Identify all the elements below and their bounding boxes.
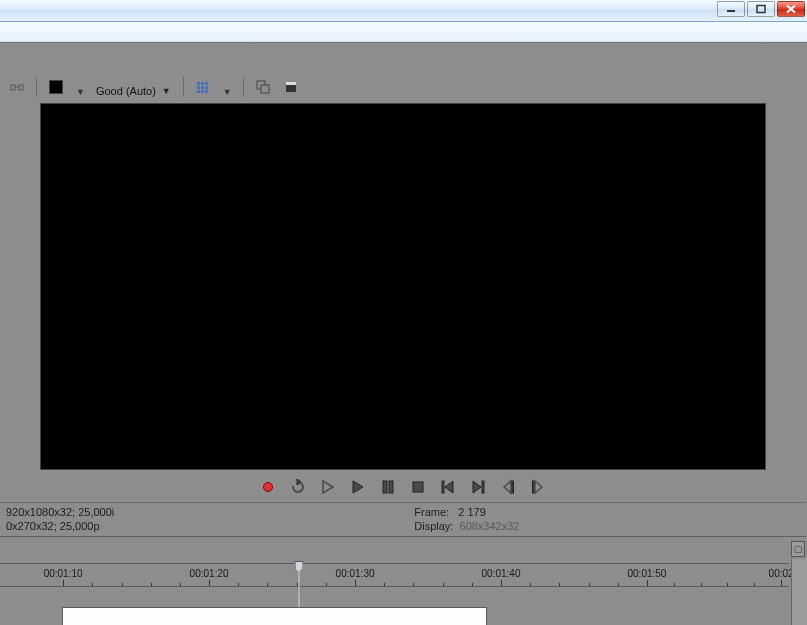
clip-strip[interactable] bbox=[62, 607, 487, 625]
menubar bbox=[0, 22, 807, 42]
project-format: 920x1080x32; 25,000i 0x270x32; 25,000p bbox=[6, 505, 114, 534]
display-label: Display: bbox=[414, 520, 453, 532]
svg-rect-17 bbox=[533, 481, 535, 493]
frame-value: 2 179 bbox=[458, 506, 486, 518]
svg-rect-1 bbox=[757, 6, 765, 13]
overlay-dropdown-arrow[interactable]: ▼ bbox=[220, 87, 235, 97]
duplicate-window-button[interactable] bbox=[252, 77, 274, 97]
go-end-button[interactable] bbox=[468, 477, 488, 497]
loop-button[interactable] bbox=[288, 477, 308, 497]
window-titlebar bbox=[0, 0, 807, 22]
project-format-line2: 0x270x32; 25,000p bbox=[6, 519, 114, 533]
svg-rect-15 bbox=[482, 481, 484, 493]
display-value: 608x342x32 bbox=[460, 520, 520, 532]
background-swatch[interactable] bbox=[45, 77, 67, 97]
preview-lock-icon[interactable] bbox=[6, 77, 28, 97]
transport-controls bbox=[0, 472, 806, 502]
record-button[interactable] bbox=[258, 477, 278, 497]
vertical-scrollbar[interactable] bbox=[791, 559, 807, 625]
svg-rect-13 bbox=[413, 482, 423, 492]
maximize-button[interactable] bbox=[747, 1, 775, 17]
chevron-down-icon: ▼ bbox=[160, 86, 173, 96]
svg-rect-16 bbox=[512, 481, 514, 493]
toolbar-separator bbox=[243, 77, 244, 97]
go-start-button[interactable] bbox=[438, 477, 458, 497]
play-button[interactable] bbox=[348, 477, 368, 497]
ruler-tick-label: 00:01:10 bbox=[44, 568, 83, 579]
frame-label: Frame: bbox=[414, 506, 449, 518]
overlay-grid-button[interactable] bbox=[192, 77, 214, 97]
stop-button[interactable] bbox=[408, 477, 428, 497]
next-frame-button[interactable] bbox=[528, 477, 548, 497]
close-button[interactable] bbox=[777, 1, 805, 17]
ruler-tick-label: 00:02 bbox=[769, 568, 794, 579]
ruler-tick-label: 00:01:40 bbox=[482, 568, 521, 579]
ruler-tick-label: 00:01:50 bbox=[628, 568, 667, 579]
toolbar-separator bbox=[183, 77, 184, 97]
svg-rect-10 bbox=[286, 82, 296, 85]
ruler-tick-label: 00:01:30 bbox=[336, 568, 375, 579]
svg-rect-11 bbox=[383, 481, 387, 493]
swatch-dropdown-arrow[interactable]: ▼ bbox=[73, 87, 88, 97]
frame-display-info: Frame: 2 179 Display: 608x342x32 bbox=[414, 505, 519, 534]
svg-rect-12 bbox=[389, 481, 393, 493]
pause-button[interactable] bbox=[378, 477, 398, 497]
preview-status: 920x1080x32; 25,000i 0x270x32; 25,000p F… bbox=[0, 502, 806, 536]
play-start-button[interactable] bbox=[318, 477, 338, 497]
preview-toolbar: ▼ Good (Auto) ▼ ▼ bbox=[0, 43, 806, 101]
svg-rect-14 bbox=[442, 481, 444, 493]
timeline[interactable]: ▢ 00:01:1000:01:2000:01:3000:01:4000:01:… bbox=[0, 539, 807, 625]
svg-rect-8 bbox=[261, 85, 269, 93]
project-format-line1: 920x1080x32; 25,000i bbox=[6, 505, 114, 519]
quality-selector[interactable]: Good (Auto) ▼ bbox=[94, 85, 175, 97]
workspace: ▼ Good (Auto) ▼ ▼ bbox=[0, 42, 807, 539]
preview-pane: ▼ Good (Auto) ▼ ▼ bbox=[0, 43, 806, 537]
video-preview[interactable] bbox=[40, 103, 766, 470]
ruler-tick-label: 00:01:20 bbox=[190, 568, 229, 579]
prev-frame-button[interactable] bbox=[498, 477, 518, 497]
minimize-button[interactable] bbox=[717, 1, 745, 17]
svg-rect-4 bbox=[11, 85, 15, 90]
quality-label: Good (Auto) bbox=[96, 85, 156, 97]
time-ruler[interactable]: 00:01:1000:01:2000:01:3000:01:4000:01:50… bbox=[0, 563, 789, 587]
toolbar-separator bbox=[36, 77, 37, 97]
svg-rect-5 bbox=[19, 85, 23, 90]
marker-tool-icon[interactable]: ▢ bbox=[791, 541, 805, 557]
snapshot-button[interactable] bbox=[280, 77, 302, 97]
